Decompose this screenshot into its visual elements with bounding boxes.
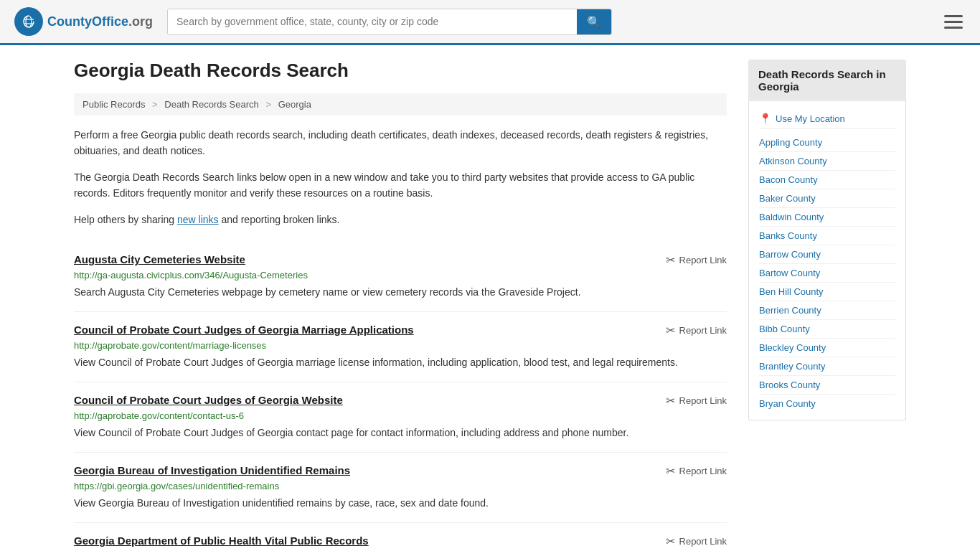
report-link-btn-2[interactable]: ✂ Report Link <box>666 394 727 408</box>
result-item-2: Council of Probate Court Judges of Georg… <box>74 382 727 453</box>
report-icon-2: ✂ <box>666 394 675 408</box>
report-link-label-1: Report Link <box>679 325 727 336</box>
sidebar-county-4[interactable]: Baldwin County <box>759 208 895 227</box>
sidebar-county-9[interactable]: Berrien County <box>759 301 895 320</box>
new-links-link[interactable]: new links <box>177 214 219 225</box>
sidebar-county-8[interactable]: Ben Hill County <box>759 283 895 301</box>
sidebar-county-6[interactable]: Barrow County <box>759 245 895 264</box>
report-icon-4: ✂ <box>666 534 675 548</box>
header: CountyOffice.org 🔍 <box>0 0 980 45</box>
logo-text: CountyOffice.org <box>47 14 153 29</box>
help-prefix: Help others by sharing <box>74 214 177 225</box>
report-link-btn-3[interactable]: ✂ Report Link <box>666 464 727 478</box>
main-layout: Georgia Death Records Search Public Reco… <box>60 45 920 551</box>
page-title: Georgia Death Records Search <box>74 60 727 82</box>
sidebar-county-5[interactable]: Banks County <box>759 227 895 245</box>
result-url-1[interactable]: http://gaprobate.gov/content/marriage-li… <box>74 340 727 351</box>
search-button[interactable]: 🔍 <box>577 9 611 34</box>
hamburger-line-2 <box>944 21 963 23</box>
report-icon-0: ✂ <box>666 253 675 267</box>
search-bar-container: 🔍 <box>167 9 612 35</box>
result-url-3[interactable]: https://gbi.georgia.gov/cases/unidentifi… <box>74 481 727 491</box>
result-description-0: Search Augusta City Cemeteries webpage b… <box>74 285 727 300</box>
result-header-4: Georgia Department of Public Health Vita… <box>74 534 727 548</box>
breadcrumb-georgia[interactable]: Georgia <box>278 99 311 110</box>
help-text: Help others by sharing new links and rep… <box>74 212 727 227</box>
help-suffix: and reporting broken links. <box>219 214 340 225</box>
breadcrumb: Public Records > Death Records Search > … <box>74 93 727 116</box>
result-item-1: Council of Probate Court Judges of Georg… <box>74 312 727 382</box>
sidebar-county-2[interactable]: Bacon County <box>759 171 895 189</box>
result-item-4: Georgia Department of Public Health Vita… <box>74 523 727 551</box>
sidebar-content: 📍 Use My Location Appling CountyAtkinson… <box>748 101 906 420</box>
report-link-label-0: Report Link <box>679 255 727 265</box>
result-header-0: Augusta City Cemeteries Website ✂ Report… <box>74 253 727 267</box>
sidebar: Death Records Search in Georgia 📍 Use My… <box>748 60 906 551</box>
result-description-3: View Georgia Bureau of Investigation uni… <box>74 496 727 511</box>
breadcrumb-public-records[interactable]: Public Records <box>83 99 145 110</box>
menu-button[interactable] <box>941 12 966 32</box>
report-link-btn-4[interactable]: ✂ Report Link <box>666 534 727 548</box>
report-link-label-4: Report Link <box>679 536 727 547</box>
hamburger-line-1 <box>944 15 963 17</box>
result-description-2: View Council of Probate Court Judges of … <box>74 425 727 441</box>
sidebar-county-7[interactable]: Bartow County <box>759 264 895 283</box>
breadcrumb-sep-2: > <box>265 99 271 110</box>
result-url-2[interactable]: http://gaprobate.gov/content/contact-us-… <box>74 410 727 421</box>
use-my-location-link[interactable]: Use My Location <box>776 113 845 124</box>
content-area: Georgia Death Records Search Public Reco… <box>74 60 727 551</box>
report-icon-1: ✂ <box>666 324 675 337</box>
result-header-1: Council of Probate Court Judges of Georg… <box>74 324 727 337</box>
sidebar-location: 📍 Use My Location <box>759 108 895 129</box>
report-link-btn-0[interactable]: ✂ Report Link <box>666 253 727 267</box>
secondary-text: The Georgia Death Records Search links b… <box>74 169 727 202</box>
report-icon-3: ✂ <box>666 464 675 478</box>
result-title-1[interactable]: Council of Probate Court Judges of Georg… <box>74 324 414 336</box>
result-header-3: Georgia Bureau of Investigation Unidenti… <box>74 464 727 478</box>
logo-area: CountyOffice.org <box>14 7 153 36</box>
breadcrumb-sep-1: > <box>152 99 158 110</box>
sidebar-header: Death Records Search in Georgia <box>748 60 906 101</box>
search-icon: 🔍 <box>587 15 601 29</box>
report-link-label-3: Report Link <box>679 466 727 476</box>
report-link-label-2: Report Link <box>679 395 727 406</box>
logo-suffix: .org <box>128 14 153 29</box>
sidebar-county-1[interactable]: Atkinson County <box>759 152 895 171</box>
result-header-2: Council of Probate Court Judges of Georg… <box>74 394 727 408</box>
sidebar-county-0[interactable]: Appling County <box>759 133 895 152</box>
sidebar-county-11[interactable]: Bleckley County <box>759 339 895 357</box>
result-title-4[interactable]: Georgia Department of Public Health Vita… <box>74 534 369 547</box>
result-item-0: Augusta City Cemeteries Website ✂ Report… <box>74 242 727 312</box>
sidebar-county-14[interactable]: Bryan County <box>759 395 895 413</box>
result-item-3: Georgia Bureau of Investigation Unidenti… <box>74 453 727 523</box>
result-title-3[interactable]: Georgia Bureau of Investigation Unidenti… <box>74 464 350 476</box>
search-input[interactable] <box>168 10 577 33</box>
result-title-2[interactable]: Council of Probate Court Judges of Georg… <box>74 394 343 406</box>
logo-brand: CountyOffice <box>47 14 128 29</box>
breadcrumb-death-records[interactable]: Death Records Search <box>164 99 259 110</box>
sidebar-county-10[interactable]: Bibb County <box>759 320 895 339</box>
report-link-btn-1[interactable]: ✂ Report Link <box>666 324 727 337</box>
location-pin-icon: 📍 <box>759 113 771 124</box>
logo-icon <box>14 7 43 36</box>
sidebar-counties: Appling CountyAtkinson CountyBacon Count… <box>759 133 895 413</box>
hamburger-line-3 <box>944 27 963 29</box>
result-url-0[interactable]: http://ga-augusta.civicplus.com/346/Augu… <box>74 270 727 281</box>
result-description-1: View Council of Probate Court Judges of … <box>74 355 727 370</box>
sidebar-county-13[interactable]: Brooks County <box>759 376 895 395</box>
sidebar-county-12[interactable]: Brantley County <box>759 357 895 376</box>
result-title-0[interactable]: Augusta City Cemeteries Website <box>74 253 245 265</box>
results-list: Augusta City Cemeteries Website ✂ Report… <box>74 242 727 551</box>
sidebar-county-3[interactable]: Baker County <box>759 189 895 208</box>
intro-text: Perform a free Georgia public death reco… <box>74 127 727 159</box>
